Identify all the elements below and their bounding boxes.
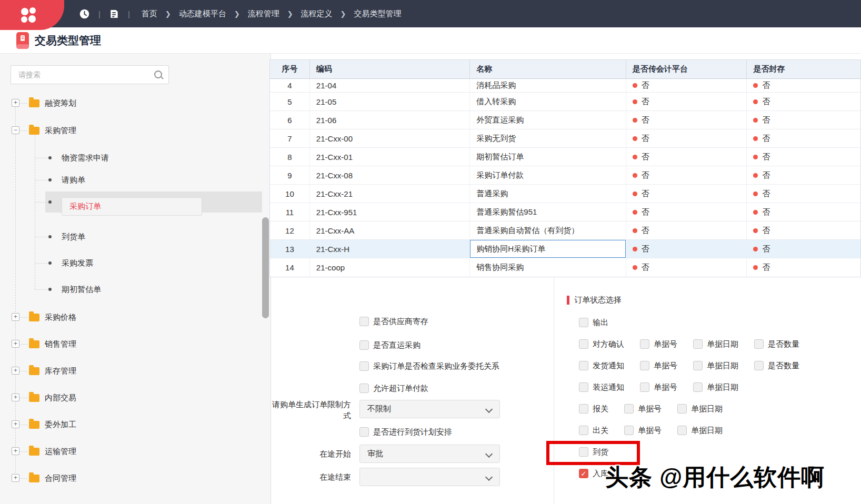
cell-name: 期初暂估订单 — [470, 148, 626, 166]
archive-building-icon[interactable] — [109, 8, 119, 19]
transit-end-select[interactable] — [359, 468, 500, 486]
column-header: 编码 — [310, 60, 470, 78]
checkbox[interactable] — [640, 382, 649, 392]
status-text: 否 — [642, 115, 649, 125]
book-icon — [15, 32, 31, 52]
search-input[interactable] — [11, 66, 168, 84]
table-row[interactable]: 1121-Cxx-951普通采购暂估951否否 — [270, 203, 860, 221]
checkbox[interactable] — [693, 339, 703, 349]
sidebar-item[interactable]: 到货单 — [0, 231, 262, 243]
table-row[interactable]: 1321-Cxx-H购销协同H采购订单否否 — [270, 240, 860, 258]
history-clock-icon[interactable] — [79, 8, 90, 19]
checkbox[interactable] — [754, 339, 764, 349]
checkbox-label: 输出 — [593, 318, 608, 328]
tree-expander-icon[interactable]: + — [12, 447, 19, 455]
sidebar-item[interactable]: +销售管理 — [0, 338, 262, 350]
checkbox[interactable] — [579, 426, 588, 435]
folder-icon — [29, 475, 39, 482]
tree-leaf-label: 请购单 — [62, 175, 85, 185]
checkbox[interactable] — [693, 382, 703, 392]
tree-expander-icon[interactable]: + — [12, 313, 19, 321]
sidebar-item[interactable]: +委外加工 — [0, 419, 262, 430]
checkbox[interactable] — [624, 426, 634, 435]
sidebar-item[interactable]: 物资需求申请 — [0, 152, 262, 164]
search-icon[interactable] — [154, 70, 162, 78]
order-status-row: 对方确认单据号单据日期是否数量 — [579, 339, 815, 349]
limit-mode-label: 请购单生成订单限制方式 — [269, 399, 351, 421]
checkbox[interactable] — [624, 404, 634, 414]
limit-mode-select[interactable]: 不限制 — [359, 400, 500, 418]
breadcrumb-item[interactable]: 流程管理 — [248, 9, 279, 19]
cell-to-accounting: 否 — [626, 111, 747, 129]
checkbox[interactable] — [359, 361, 369, 371]
sidebar-item[interactable]: +采购价格 — [0, 311, 262, 323]
breadcrumb-item[interactable]: 流程定义 — [301, 9, 333, 19]
status-checkbox-item: 单据号 — [624, 404, 662, 414]
checkbox[interactable] — [677, 426, 687, 435]
breadcrumb-item[interactable]: 首页 — [142, 9, 157, 19]
checkbox[interactable] — [359, 317, 369, 326]
status-text: 否 — [642, 134, 649, 144]
checkbox[interactable] — [579, 404, 588, 414]
checkbox[interactable] — [359, 427, 369, 437]
tree-expander-icon[interactable]: + — [12, 394, 19, 401]
table-row[interactable]: 521-05借入转采购否否 — [270, 93, 860, 111]
sidebar-item[interactable]: +运输管理 — [0, 446, 262, 457]
checkbox[interactable]: ✓ — [579, 469, 588, 478]
checkbox[interactable] — [579, 339, 588, 349]
order-status-row: 出关单据号单据日期 — [579, 425, 738, 436]
table-row[interactable]: 1421-coop销售协同采购否否 — [270, 258, 860, 277]
checkbox[interactable] — [693, 361, 703, 370]
checkbox[interactable] — [754, 361, 764, 370]
tree-expander-icon[interactable]: + — [12, 367, 19, 375]
table-row[interactable]: 1221-Cxx-AA普通采购自动暂估（有到货）否否 — [270, 221, 860, 240]
tree-expander-icon[interactable]: − — [12, 126, 19, 134]
status-checkbox-item: 出关 — [579, 426, 608, 436]
column-header: 名称 — [470, 60, 626, 78]
checkbox-label: 是否数量 — [768, 339, 799, 349]
sidebar-item[interactable]: +合同管理 — [0, 472, 262, 484]
sidebar-item[interactable]: 采购订单 — [0, 196, 262, 208]
tree-expander-icon[interactable]: + — [12, 340, 19, 348]
checkbox[interactable] — [579, 361, 588, 370]
sidebar-scrollbar-thumb[interactable] — [262, 217, 269, 318]
table-row[interactable]: 621-06外贸直运采购否否 — [270, 111, 860, 129]
sidebar-item[interactable]: −采购管理 — [0, 125, 262, 136]
checkbox[interactable] — [640, 339, 649, 349]
status-text: 否 — [642, 80, 649, 90]
sidebar-item[interactable]: 采购发票 — [0, 257, 262, 269]
tree-expander-icon[interactable]: + — [12, 99, 19, 107]
status-dot-icon — [753, 265, 758, 270]
tree-folder-label: 采购价格 — [45, 313, 76, 322]
sidebar-item[interactable]: 期初暂估单 — [0, 284, 262, 295]
top-nav-bar: | | 首页❯动态建模平台❯流程管理❯流程定义❯交易类型管理 — [0, 0, 861, 27]
transit-start-select[interactable]: 审批 — [359, 445, 500, 463]
checkbox[interactable] — [640, 361, 649, 370]
table-row[interactable]: 421-04消耗品采购否否 — [270, 79, 860, 93]
checkbox-label: 允许超订单付款 — [373, 384, 428, 394]
table-row[interactable]: 1021-Cxx-21普通采购否否 — [270, 185, 860, 203]
breadcrumb-separator: ❯ — [165, 10, 171, 18]
checkbox[interactable] — [677, 404, 687, 414]
nav-divider: | — [98, 9, 101, 18]
sidebar-item[interactable]: +融资筹划 — [0, 97, 262, 109]
status-checkbox-item: 单据日期 — [677, 426, 723, 436]
checkbox[interactable] — [359, 340, 369, 350]
name-edit-cell[interactable]: 购销协同H采购订单 — [470, 240, 625, 258]
sidebar-item[interactable]: +内部交易 — [0, 392, 262, 404]
app-logo[interactable] — [0, 0, 64, 30]
sidebar-item[interactable]: 请购单 — [0, 174, 262, 186]
checkbox[interactable] — [579, 382, 588, 392]
checkbox[interactable] — [579, 318, 588, 327]
table-row[interactable]: 721-Cxx-00采购无到货否否 — [270, 129, 860, 148]
breadcrumb-item[interactable]: 交易类型管理 — [354, 9, 401, 19]
status-dot-icon — [753, 83, 758, 88]
tree-expander-icon[interactable]: + — [12, 474, 19, 482]
status-checkbox-item: 单据号 — [640, 361, 677, 371]
table-row[interactable]: 821-Cxx-01期初暂估订单否否 — [270, 148, 860, 166]
checkbox[interactable] — [359, 384, 369, 393]
table-row[interactable]: 921-Cxx-08采购订单付款否否 — [270, 166, 860, 185]
tree-expander-icon[interactable]: + — [12, 420, 19, 428]
sidebar-item[interactable]: +库存管理 — [0, 365, 262, 377]
breadcrumb-item[interactable]: 动态建模平台 — [179, 9, 226, 19]
